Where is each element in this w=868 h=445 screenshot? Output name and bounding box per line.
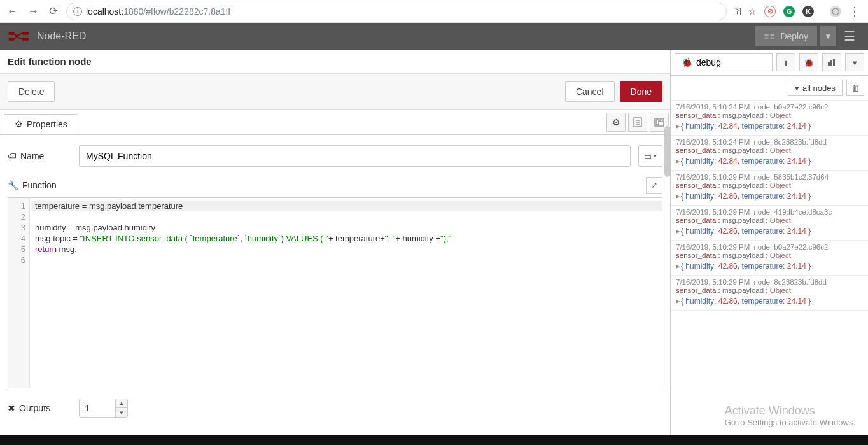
url-host: localhost: (86, 6, 123, 17)
cancel-button[interactable]: Cancel (565, 81, 615, 102)
debug-topic: sensor_data : msg.payload : Object (676, 111, 863, 119)
main-area: Edit function node Delete Cancel Done ⚙ … (0, 50, 868, 435)
node-docs-icon[interactable] (628, 113, 647, 132)
debug-body[interactable]: ▸{ humidity: 42.86, temperature: 24.14 } (676, 191, 863, 201)
tag-icon: 🏷 (8, 151, 17, 161)
site-info-icon[interactable]: i (73, 7, 82, 16)
reload-button[interactable]: ⟳ (47, 4, 60, 18)
ext-icon-2[interactable]: G (783, 6, 795, 17)
tray-title: Edit function node (0, 50, 670, 74)
svg-rect-12 (830, 60, 832, 66)
name-input[interactable] (79, 145, 631, 167)
debug-filter-button[interactable]: ▾ all nodes (788, 80, 843, 96)
debug-message[interactable]: 7/16/2019, 5:10:29 PM node: 5835b1c2.37d… (671, 171, 868, 206)
form-body: 🏷 Name ▭▾ 🔧 Function ⤢ 123456 temperatur… (0, 135, 670, 435)
outputs-up-button[interactable]: ▲ (116, 399, 127, 408)
debug-filter-label: all nodes (802, 83, 836, 93)
nodered-title: Node-RED (37, 31, 86, 42)
tab-properties-label: Properties (27, 119, 67, 129)
address-bar[interactable]: i localhost:1880/#flow/b22282c7.8a1ff (66, 3, 727, 20)
code-lines[interactable]: temperature = msg.payload.temperature hu… (30, 198, 662, 388)
debug-tab-button[interactable]: 🐞 (799, 53, 818, 71)
tray-toolbar: Delete Cancel Done (0, 74, 670, 110)
url-path: /#flow/b22282c7.8a1ff (143, 6, 230, 17)
windows-activation-watermark: Activate Windows Go to Settings to activ… (725, 404, 855, 427)
deploy-icon (764, 32, 775, 40)
debug-node-id[interactable]: node: b0a27e22.c96c2 (753, 103, 828, 111)
node-settings-icon[interactable]: ⚙ (606, 113, 626, 132)
svg-rect-10 (660, 120, 662, 122)
svg-rect-0 (9, 32, 15, 35)
info-tab-button[interactable]: i (776, 53, 795, 71)
wrench-icon: 🔧 (8, 180, 18, 190)
code-gutter: 123456 (8, 198, 30, 388)
debug-node-id[interactable]: node: 8c23823b.fd8dd (753, 278, 826, 286)
main-menu-icon[interactable]: ☰ (839, 29, 860, 44)
outputs-input[interactable] (80, 399, 115, 417)
deploy-menu-button[interactable]: ▼ (820, 26, 836, 46)
sidebar: 🐞 debug i 🐞 ▾ ▾ all nodes 🗑 7/16/2019, 5… (671, 50, 868, 435)
forward-button[interactable]: → (26, 5, 41, 18)
book-icon: ▭ (644, 152, 652, 161)
outputs-spinner[interactable]: ▲ ▼ (79, 399, 128, 418)
debug-body[interactable]: ▸{ humidity: 42.84, temperature: 24.14 } (676, 121, 863, 131)
debug-message[interactable]: 7/16/2019, 5:10:29 PM node: b0a27e22.c96… (671, 241, 868, 276)
tab-debug[interactable]: 🐞 debug (675, 53, 773, 71)
debug-body[interactable]: ▸{ humidity: 42.86, temperature: 24.14 } (676, 261, 863, 271)
bookmark-star-icon[interactable]: ☆ (748, 6, 757, 17)
debug-topic: sensor_data : msg.payload : Object (676, 181, 863, 189)
debug-message[interactable]: 7/16/2019, 5:10:24 PM node: b0a27e22.c96… (671, 101, 868, 136)
sidebar-menu-button[interactable]: ▾ (845, 53, 864, 71)
dashboard-tab-button[interactable] (822, 53, 841, 71)
expand-editor-button[interactable]: ⤢ (646, 177, 662, 194)
debug-message[interactable]: 7/16/2019, 5:10:24 PM node: 8c23823b.fd8… (671, 136, 868, 171)
debug-body[interactable]: ▸{ humidity: 42.84, temperature: 24.14 } (676, 156, 863, 166)
debug-message-list[interactable]: 7/16/2019, 5:10:24 PM node: b0a27e22.c96… (671, 101, 868, 435)
debug-timestamp: 7/16/2019, 5:10:29 PM (676, 278, 750, 286)
deploy-label: Deploy (780, 31, 808, 41)
bug-icon: 🐞 (682, 57, 692, 67)
tab-properties[interactable]: ⚙ Properties (4, 114, 78, 134)
svg-rect-13 (833, 59, 835, 66)
debug-body[interactable]: ▸{ humidity: 42.86, temperature: 24.14 } (676, 226, 863, 236)
debug-node-id[interactable]: node: 8c23823b.fd8dd (753, 138, 826, 146)
debug-node-id[interactable]: node: 5835b1c2.37d64 (753, 173, 829, 181)
properties-tabs: ⚙ Properties ⚙ (0, 110, 670, 135)
nodered-header: Node-RED Deploy ▼ ☰ (0, 23, 868, 50)
filter-icon: ▾ (795, 83, 799, 93)
outputs-down-button[interactable]: ▼ (116, 408, 127, 417)
debug-timestamp: 7/16/2019, 5:10:29 PM (676, 173, 750, 181)
debug-timestamp: 7/16/2019, 5:10:24 PM (676, 103, 750, 111)
debug-message[interactable]: 7/16/2019, 5:10:29 PM node: 419db4ce.d8c… (671, 206, 868, 241)
svg-rect-9 (656, 120, 659, 125)
debug-body[interactable]: ▸{ humidity: 42.86, temperature: 24.14 } (676, 296, 863, 306)
svg-rect-2 (22, 32, 29, 35)
browser-menu-icon[interactable]: ⋮ (849, 4, 860, 18)
ext-icon-1[interactable]: ⊘ (764, 6, 776, 17)
function-code-editor[interactable]: 123456 temperature = msg.payload.tempera… (8, 197, 662, 388)
back-button[interactable]: ← (5, 5, 20, 18)
function-label: Function (22, 180, 57, 190)
deploy-button[interactable]: Deploy (755, 26, 817, 46)
debug-timestamp: 7/16/2019, 5:10:24 PM (676, 138, 750, 146)
url-port: 1880 (123, 6, 143, 17)
editor-scrollbar[interactable] (664, 126, 671, 177)
nodered-logo-icon (8, 31, 31, 42)
debug-node-id[interactable]: node: 419db4ce.d8ca3c (753, 208, 832, 216)
trash-icon: 🗑 (851, 83, 860, 93)
icon-select-button[interactable]: ▭▾ (638, 145, 662, 167)
edit-tray: Edit function node Delete Cancel Done ⚙ … (0, 50, 671, 435)
debug-toolbar: ▾ all nodes 🗑 (671, 76, 868, 101)
gear-icon: ⚙ (15, 119, 23, 129)
profile-avatar-icon[interactable]: ◯ (830, 6, 841, 17)
ext-icon-3[interactable]: K (802, 6, 814, 17)
svg-rect-11 (828, 62, 830, 66)
debug-clear-button[interactable]: 🗑 (846, 80, 864, 96)
outputs-label: ✖ Outputs (8, 403, 71, 413)
key-icon[interactable]: ⚿ (733, 6, 741, 17)
debug-node-id[interactable]: node: b0a27e22.c96c2 (753, 243, 828, 251)
done-button[interactable]: Done (620, 81, 662, 102)
debug-message[interactable]: 7/16/2019, 5:10:29 PM node: 8c23823b.fd8… (671, 276, 868, 311)
debug-topic: sensor_data : msg.payload : Object (676, 216, 863, 224)
delete-button[interactable]: Delete (8, 81, 55, 102)
